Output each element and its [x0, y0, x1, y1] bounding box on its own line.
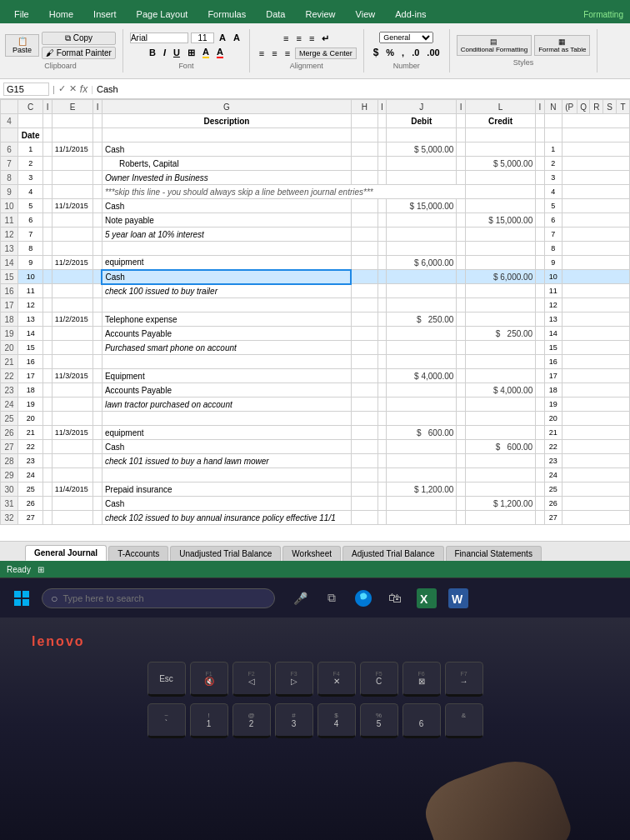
table-row: 14 9 11/2/2015 equipment $ 6,000.00 9	[1, 256, 630, 270]
formula-input[interactable]	[97, 84, 627, 94]
styles-group: ▤ Conditional Formatting ▦ Format as Tab…	[457, 29, 598, 72]
tab-home[interactable]: Home	[39, 5, 83, 23]
align-middle-button[interactable]: ≡	[294, 32, 304, 44]
font-color-button[interactable]: A	[214, 46, 226, 59]
col-header-q[interactable]: Q	[577, 100, 590, 114]
key-4[interactable]: $4	[318, 703, 356, 738]
sheet-tab-unadjusted[interactable]: Unadjusted Trial Balance	[170, 546, 281, 561]
key-f3[interactable]: F3▷	[275, 662, 313, 697]
col-header-l[interactable]: L	[465, 100, 535, 114]
check-icon[interactable]: ✓	[58, 83, 66, 94]
decimal-decrease-button[interactable]: .00	[424, 47, 442, 58]
comma-button[interactable]: ,	[399, 47, 407, 58]
svg-rect-1	[22, 591, 29, 598]
copy-button[interactable]: ⧉ Copy	[42, 32, 116, 45]
align-bottom-button[interactable]: ≡	[307, 32, 317, 44]
col-header-e[interactable]: E	[52, 100, 93, 114]
tab-view[interactable]: View	[346, 5, 386, 23]
key-f1[interactable]: F1🔇	[190, 662, 228, 697]
col-header-c[interactable]: C	[18, 100, 43, 114]
tab-addins[interactable]: Add-ins	[385, 5, 436, 23]
tab-data[interactable]: Data	[256, 5, 295, 23]
key-6[interactable]: 6	[402, 703, 441, 738]
col-header-s[interactable]: S	[603, 100, 617, 114]
align-center-button[interactable]: ≡	[269, 48, 279, 59]
tab-review[interactable]: Review	[295, 5, 345, 23]
fill-color-button[interactable]: A	[200, 46, 212, 59]
align-top-button[interactable]: ≡	[281, 32, 291, 44]
sheet-tab-worksheet[interactable]: Worksheet	[282, 546, 341, 561]
paste-button[interactable]: 📋 Paste	[5, 34, 39, 57]
key-2[interactable]: @2	[232, 703, 271, 738]
cell-5-date[interactable]: Date	[18, 128, 43, 142]
tab-file[interactable]: File	[4, 5, 39, 23]
percent-button[interactable]: %	[383, 47, 397, 58]
font-size-decrease-button[interactable]: A	[231, 32, 242, 43]
key-f2[interactable]: F2◁	[232, 662, 271, 697]
sheet-tab-financial[interactable]: Financial Statements	[446, 546, 542, 561]
col-header-n[interactable]: N	[544, 100, 562, 114]
font-name-input[interactable]	[130, 32, 188, 43]
keyboard: Esc F1🔇 F2◁ F3▷ F4✕ F5C F6⊠ F7→ ~` !1 @2…	[23, 662, 607, 738]
cell-4-j-debit[interactable]: Debit	[387, 114, 457, 128]
format-painter-button[interactable]: 🖌 Format Painter	[42, 47, 116, 59]
taskbar-mic-button[interactable]: 🎤	[287, 585, 313, 612]
align-left-button[interactable]: ≡	[257, 48, 267, 59]
cell-4-c[interactable]	[18, 114, 43, 128]
cell-reference-box[interactable]	[3, 82, 49, 96]
taskbar-search-input[interactable]	[62, 593, 266, 603]
tab-formulas[interactable]: Formulas	[198, 5, 256, 23]
italic-button[interactable]: I	[161, 47, 168, 58]
col-header-g[interactable]: G	[102, 100, 351, 114]
taskbar-store-button[interactable]: 🛍	[382, 585, 408, 612]
cell-4-g-desc[interactable]: Description	[102, 114, 351, 128]
cell-4-e[interactable]	[52, 114, 93, 128]
sheet-tab-general-journal[interactable]: General Journal	[25, 545, 107, 561]
col-header-r[interactable]: R	[590, 100, 603, 114]
sheet-tab-adjusted[interactable]: Adjusted Trial Balance	[342, 546, 444, 561]
font-size-increase-button[interactable]: A	[217, 32, 228, 43]
number-format-select[interactable]: General	[379, 32, 433, 43]
key-f5[interactable]: F5C	[360, 662, 398, 697]
page-layout-icon[interactable]: ⊞	[38, 565, 44, 574]
wrap-text-button[interactable]: ↵	[319, 32, 332, 45]
decimal-increase-button[interactable]: .0	[409, 47, 422, 58]
key-esc[interactable]: Esc	[148, 662, 186, 697]
align-right-button[interactable]: ≡	[282, 48, 292, 59]
key-3[interactable]: #3	[275, 703, 313, 738]
spreadsheet: C I E I G H I J I L I N (P Q R S T 4	[0, 99, 630, 541]
sheet-tab-t-accounts[interactable]: T-Accounts	[108, 546, 168, 561]
dollar-button[interactable]: $	[371, 46, 382, 59]
underline-button[interactable]: U	[171, 47, 182, 58]
key-tilde[interactable]: ~`	[148, 703, 186, 738]
border-button[interactable]: ⊞	[185, 47, 198, 59]
merge-center-button[interactable]: Merge & Center	[295, 48, 357, 59]
key-ampersand[interactable]: &	[445, 703, 483, 738]
key-f6[interactable]: F6⊠	[402, 662, 441, 697]
selected-cell[interactable]: Cash	[102, 270, 351, 284]
conditional-icon: ▤	[490, 38, 498, 46]
row-num-col-header	[1, 100, 18, 114]
col-header-t[interactable]: T	[617, 100, 630, 114]
key-1[interactable]: !1	[190, 703, 228, 738]
key-f7[interactable]: F7→	[445, 662, 483, 697]
windows-start-button[interactable]	[7, 583, 37, 613]
taskbar-word-button[interactable]: W	[445, 585, 472, 612]
font-size-input[interactable]	[191, 32, 214, 43]
tab-insert[interactable]: Insert	[83, 5, 127, 23]
cancel-icon[interactable]: ✕	[69, 83, 77, 94]
bold-button[interactable]: B	[147, 47, 158, 58]
col-header-j[interactable]: J	[387, 100, 457, 114]
cell-4-l-credit[interactable]: Credit	[465, 114, 535, 128]
taskbar-search-box[interactable]: ○	[42, 588, 275, 608]
taskbar-task-view-button[interactable]: ⧉	[318, 585, 345, 612]
key-5[interactable]: %5	[360, 703, 398, 738]
col-header-h[interactable]: H	[351, 100, 378, 114]
format-as-table-button[interactable]: ▦ Format as Table	[534, 35, 590, 56]
tab-pagelayout[interactable]: Page Layout	[127, 5, 198, 23]
taskbar-edge-button[interactable]	[350, 585, 377, 612]
col-header-p[interactable]: (P	[562, 100, 577, 114]
taskbar-excel-button[interactable]: X	[413, 585, 440, 612]
conditional-formatting-button[interactable]: ▤ Conditional Formatting	[457, 35, 532, 56]
key-f4[interactable]: F4✕	[318, 662, 356, 697]
